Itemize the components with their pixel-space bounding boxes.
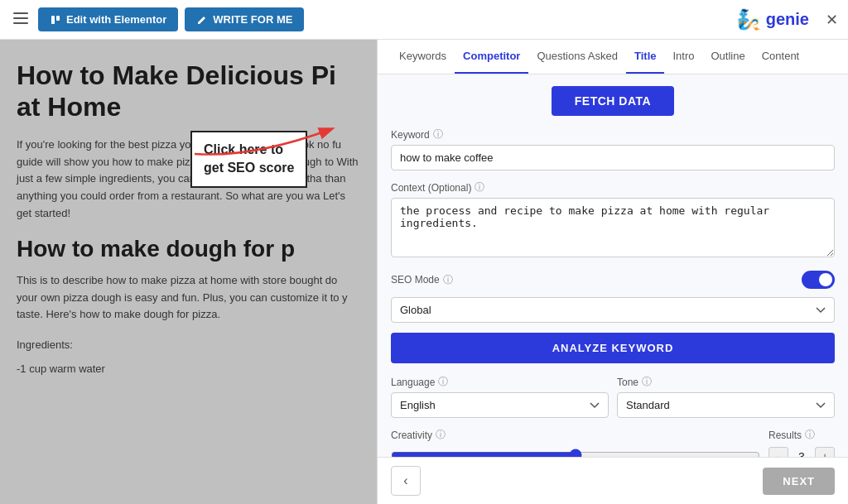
tab-competitor[interactable]: Competitor <box>455 40 528 74</box>
creativity-label: Creativity ⓘ <box>391 428 760 442</box>
content-heading1: How to Make Delicious Pi at Home <box>17 60 360 123</box>
creativity-info-icon[interactable]: ⓘ <box>436 428 446 442</box>
keyword-field-group: Keyword ⓘ <box>391 127 835 180</box>
svg-rect-0 <box>13 12 28 14</box>
seo-mode-toggle[interactable] <box>802 271 835 289</box>
language-select[interactable]: English Spanish French <box>391 392 609 418</box>
language-tone-row: Language ⓘ English Spanish French Tone ⓘ <box>391 375 835 418</box>
tone-select[interactable]: Standard Formal Casual <box>617 392 835 418</box>
language-label: Language ⓘ <box>391 375 609 389</box>
tab-questions-asked[interactable]: Questions Asked <box>528 40 626 74</box>
panel-body: FETCH DATA Keyword ⓘ Context (Optional) … <box>378 74 848 457</box>
context-info-icon[interactable]: ⓘ <box>475 180 484 194</box>
tab-outline[interactable]: Outline <box>703 40 754 74</box>
context-field-group: Context (Optional) ⓘ the process and rec… <box>391 180 835 271</box>
results-increment-button[interactable]: + <box>815 447 835 457</box>
toolbar: Edit with Elementor WRITE FOR ME 🧞 genie… <box>0 0 848 40</box>
bottom-nav: ‹ NEXT <box>378 457 848 504</box>
fetch-area: FETCH DATA <box>391 86 835 116</box>
seo-mode-info-icon[interactable]: ⓘ <box>443 273 453 287</box>
results-value: 3 <box>795 450 808 457</box>
close-button[interactable]: ✕ <box>826 11 838 29</box>
results-label: Results ⓘ <box>768 428 835 442</box>
content-heading2: How to make dough for p <box>17 236 360 262</box>
tone-label: Tone ⓘ <box>617 375 835 389</box>
right-panel: Keywords Competitor Questions Asked Titl… <box>377 40 848 504</box>
results-group: Results ⓘ − 3 + <box>768 428 835 457</box>
tab-keywords[interactable]: Keywords <box>391 40 455 74</box>
menu-icon[interactable] <box>10 7 31 31</box>
results-info-icon[interactable]: ⓘ <box>805 428 815 442</box>
back-button[interactable]: ‹ <box>391 466 421 496</box>
creativity-group: Creativity ⓘ <box>391 428 760 457</box>
toggle-knob <box>819 273 832 286</box>
tab-title[interactable]: Title <box>626 40 665 74</box>
keyword-input[interactable] <box>391 145 835 170</box>
language-info-icon[interactable]: ⓘ <box>438 375 448 389</box>
tone-info-icon[interactable]: ⓘ <box>642 375 652 389</box>
language-group: Language ⓘ English Spanish French <box>391 375 609 418</box>
content-paragraph1: If you're looking for the best pizza you… <box>17 137 360 223</box>
results-stepper: − 3 + <box>768 447 835 457</box>
main-layout: How to Make Delicious Pi at Home Click h… <box>0 40 848 504</box>
svg-rect-3 <box>51 16 55 24</box>
keyword-info-icon[interactable]: ⓘ <box>433 127 443 142</box>
tabs-row: Keywords Competitor Questions Asked Titl… <box>378 40 848 74</box>
context-textarea[interactable]: the process and recipe to make pizza at … <box>391 198 835 257</box>
next-button[interactable]: NEXT <box>763 468 835 495</box>
tab-content[interactable]: Content <box>754 40 808 74</box>
analyze-keyword-button[interactable]: ANALYZE KEYWORD <box>391 333 835 363</box>
content-area: How to Make Delicious Pi at Home Click h… <box>0 40 377 504</box>
seo-mode-row: SEO Mode ⓘ <box>391 271 835 289</box>
svg-rect-1 <box>13 17 28 19</box>
creativity-slider[interactable] <box>391 449 760 457</box>
results-decrement-button[interactable]: − <box>768 447 788 457</box>
ingredients-label: Ingredients: <box>17 337 360 354</box>
global-select[interactable]: Global Local National <box>391 297 835 323</box>
genie-logo: 🧞 genie <box>736 8 809 31</box>
write-for-me-button[interactable]: WRITE FOR ME <box>185 7 304 31</box>
creativity-results-row: Creativity ⓘ Results ⓘ − 3 + <box>391 428 835 457</box>
seo-tooltip-box[interactable]: Click here to get SEO score <box>190 131 307 188</box>
seo-mode-label: SEO Mode ⓘ <box>391 273 453 287</box>
context-label: Context (Optional) ⓘ <box>391 180 835 194</box>
edit-elementor-button[interactable]: Edit with Elementor <box>38 7 178 31</box>
content-paragraph2: This is to describe how to make pizza at… <box>17 272 360 324</box>
ingredient-item: -1 cup warm water <box>17 361 360 378</box>
creativity-slider-container <box>391 449 760 457</box>
svg-rect-4 <box>56 16 60 21</box>
svg-rect-2 <box>13 22 28 24</box>
fetch-data-button[interactable]: FETCH DATA <box>552 86 674 116</box>
tone-group: Tone ⓘ Standard Formal Casual <box>617 375 835 418</box>
keyword-label: Keyword ⓘ <box>391 127 835 142</box>
tab-intro[interactable]: Intro <box>664 40 702 74</box>
